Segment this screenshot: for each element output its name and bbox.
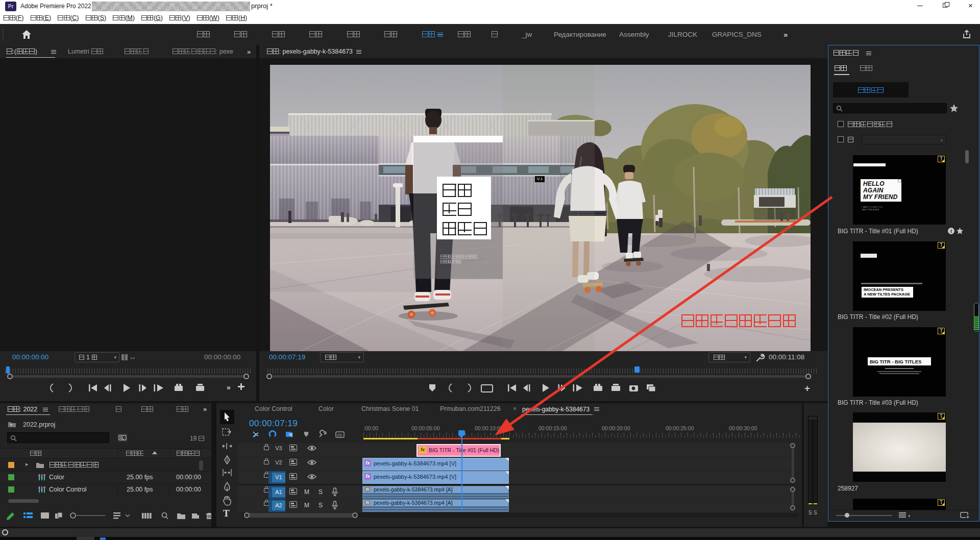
svg-text:»: » [227, 383, 231, 391]
svg-text:CC: CC [337, 433, 342, 437]
